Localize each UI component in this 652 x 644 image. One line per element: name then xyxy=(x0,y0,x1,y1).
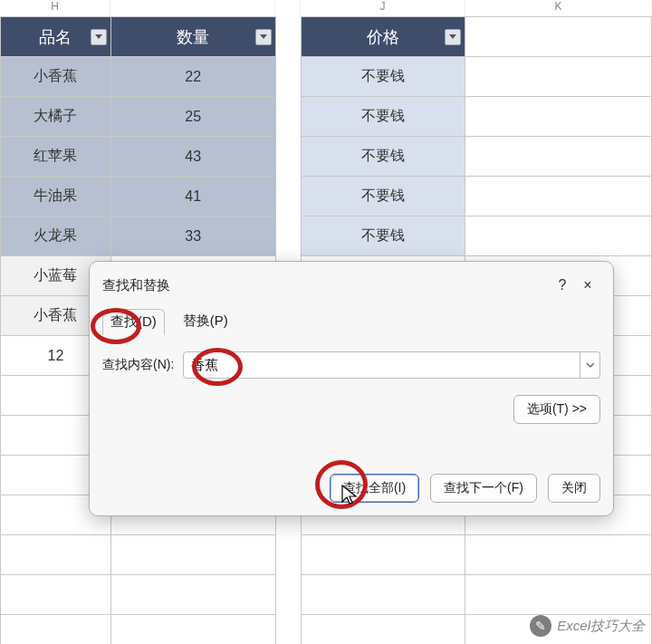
header-name-label: 品名 xyxy=(39,28,72,46)
cell-name[interactable]: 牛油果 xyxy=(1,177,111,216)
table-row[interactable]: 火龙果 33 不要钱 xyxy=(1,216,652,256)
header-qty[interactable]: 数量 xyxy=(110,17,275,57)
table-row[interactable]: 牛油果 41 不要钱 xyxy=(1,177,652,216)
cell-price[interactable]: 不要钱 xyxy=(301,216,465,256)
cell-name[interactable]: 小香蕉 xyxy=(1,57,111,97)
close-button[interactable]: 关闭 xyxy=(548,474,600,503)
col-label-j: J xyxy=(301,0,465,16)
tab-find-label: 查找(D) xyxy=(110,313,157,329)
col-label-h: H xyxy=(0,0,110,16)
filter-icon[interactable] xyxy=(91,29,107,45)
cell-price[interactable]: 不要钱 xyxy=(301,177,465,216)
find-all-button[interactable]: 查找全部(I) xyxy=(330,474,419,503)
dialog-title: 查找和替换 xyxy=(102,277,170,294)
watermark-text: Excel技巧大全 xyxy=(557,618,645,635)
table-row[interactable]: 大橘子 25 不要钱 xyxy=(1,97,652,137)
header-name[interactable]: 品名 xyxy=(1,17,111,57)
cell-qty[interactable]: 33 xyxy=(110,216,275,256)
watermark-icon: ✎ xyxy=(530,615,551,637)
table-row[interactable]: 小香蕉 22 不要钱 xyxy=(1,57,652,97)
column-header-row: H J K xyxy=(0,0,652,16)
cell-price[interactable]: 不要钱 xyxy=(301,97,465,137)
cell-price[interactable]: 不要钱 xyxy=(301,137,465,177)
find-content-input[interactable] xyxy=(183,351,580,379)
find-content-label: 查找内容(N): xyxy=(102,357,174,373)
options-button[interactable]: 选项(T) >> xyxy=(513,395,600,424)
filter-icon[interactable] xyxy=(255,29,272,45)
find-next-button[interactable]: 查找下一个(F) xyxy=(430,474,537,503)
cell-price[interactable]: 不要钱 xyxy=(301,57,465,97)
tab-replace-label: 替换(P) xyxy=(183,312,228,328)
table-header-row: 品名 数量 价格 xyxy=(1,17,652,57)
help-button[interactable]: ? xyxy=(550,273,575,298)
header-price[interactable]: 价格 xyxy=(301,17,465,57)
cell-name[interactable]: 大橘子 xyxy=(1,97,111,137)
cell-qty[interactable]: 22 xyxy=(110,57,275,97)
header-price-label: 价格 xyxy=(367,28,399,46)
cell-qty[interactable]: 25 xyxy=(110,97,275,137)
tab-replace[interactable]: 替换(P) xyxy=(181,309,230,335)
cell-name[interactable]: 火龙果 xyxy=(1,216,111,256)
tab-find[interactable]: 查找(D) xyxy=(102,309,165,335)
cell-name[interactable]: 红苹果 xyxy=(1,137,111,177)
header-qty-label: 数量 xyxy=(177,28,209,46)
find-history-dropdown[interactable] xyxy=(580,351,600,379)
cell-qty[interactable]: 41 xyxy=(110,177,275,216)
chevron-down-icon xyxy=(586,360,595,370)
table-row[interactable]: 红苹果 43 不要钱 xyxy=(1,137,652,177)
gap-cell xyxy=(275,17,301,57)
watermark: ✎ Excel技巧大全 xyxy=(530,615,645,637)
filter-icon[interactable] xyxy=(445,29,461,45)
col-label-k: K xyxy=(465,0,652,16)
dialog-tabs: 查找(D) 替换(P) xyxy=(90,305,613,342)
empty-cell xyxy=(465,17,652,57)
find-content-row: 查找内容(N): xyxy=(90,342,613,388)
dialog-button-row: 查找全部(I) 查找下一个(F) 关闭 xyxy=(330,474,600,503)
find-replace-dialog: 查找和替换 ? × 查找(D) 替换(P) 查找内容(N): 选项(T) >> … xyxy=(89,261,614,516)
dialog-titlebar[interactable]: 查找和替换 ? × xyxy=(90,262,613,305)
cell-qty[interactable]: 43 xyxy=(110,137,275,177)
close-icon[interactable]: × xyxy=(575,273,600,298)
